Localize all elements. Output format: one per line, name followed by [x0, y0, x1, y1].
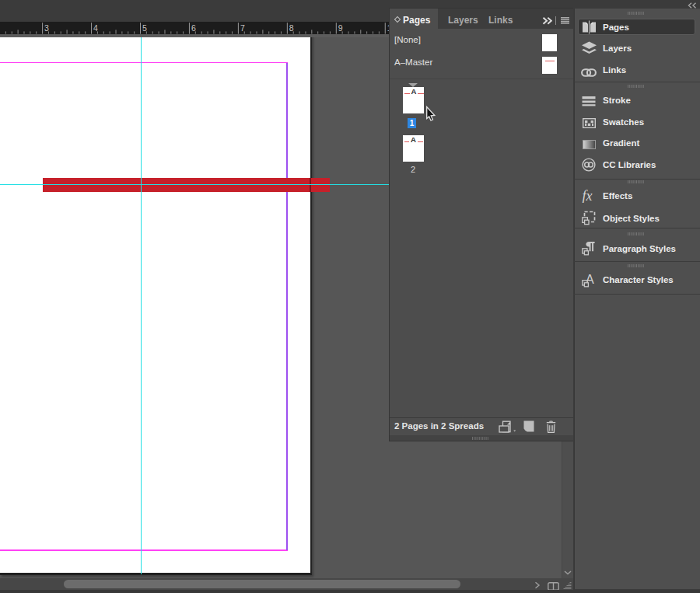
- svg-text:3: 3: [44, 23, 49, 33]
- svg-text:fx: fx: [583, 190, 593, 203]
- svg-text:6: 6: [191, 23, 196, 33]
- svg-text:5: 5: [142, 23, 147, 33]
- svg-text:4: 4: [93, 23, 98, 33]
- svg-text:9: 9: [338, 23, 343, 33]
- svg-text:7: 7: [240, 23, 245, 33]
- svg-text:8: 8: [289, 23, 294, 33]
